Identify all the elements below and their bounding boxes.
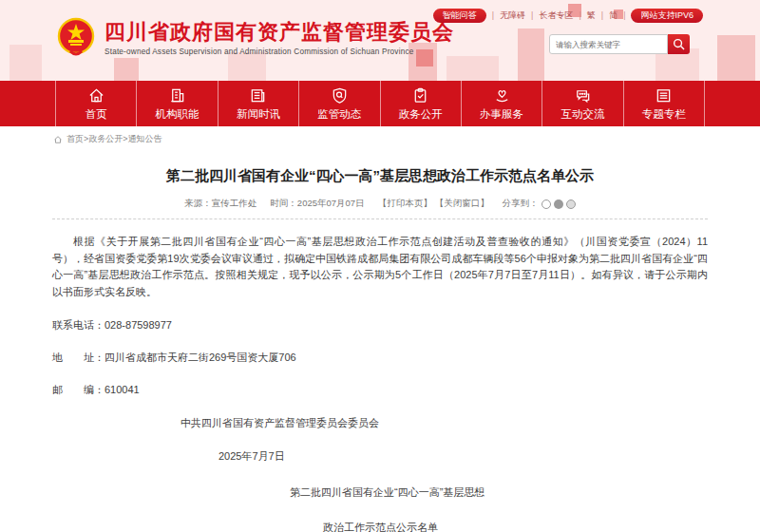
article-meta: 来源：宣传工作处 时间：2025年07月07日 【打印本页】【关闭窗口】 分享到… xyxy=(52,198,708,219)
site-search xyxy=(549,34,690,54)
share-label: 分享到： xyxy=(503,198,539,210)
utility-bar: 智能问答 | 无障碍 | 长者专区 | 繁 | 简 | 网站支持IPV6 xyxy=(433,8,703,23)
separator: | xyxy=(531,10,533,20)
nav-label: 互动交流 xyxy=(560,107,604,122)
nav-label: 新闻时讯 xyxy=(237,107,280,122)
national-emblem-icon xyxy=(57,17,95,59)
shield-magnifier-icon xyxy=(331,86,349,104)
home-icon xyxy=(87,86,105,104)
separator: | xyxy=(579,10,580,20)
weibo-share-icon[interactable] xyxy=(554,200,563,209)
nav-item-functions[interactable]: 机构职能 xyxy=(137,81,218,126)
nav-item-interaction[interactable]: 互动交流 xyxy=(542,81,623,126)
nav-label: 政务公开 xyxy=(399,107,443,122)
ipv6-badge[interactable]: 网站支持IPV6 xyxy=(631,9,703,23)
site-name: 四川省政府国有资产监督管理委员会 State-owned Assets Supe… xyxy=(104,20,454,56)
nav-label: 监管动态 xyxy=(317,107,361,122)
main-nav: 首页 机构职能 新闻时讯 监管动态 xyxy=(0,81,760,126)
smart-qa-button[interactable]: 智能问答 xyxy=(433,9,486,23)
nav-item-special-topics[interactable]: 专题专栏 xyxy=(624,81,705,126)
search-button[interactable] xyxy=(668,34,690,54)
senior-zone-link[interactable]: 长者专区 xyxy=(539,10,573,22)
contact-postcode: 邮 编：610041 xyxy=(52,383,708,397)
nav-label: 专题专栏 xyxy=(642,107,686,122)
site-subtitle: State-owned Assets Supervision and Admin… xyxy=(104,48,454,56)
home-icon xyxy=(53,135,63,144)
contact-address: 地 址：四川省成都市天府二街269号国资大厦706 xyxy=(52,351,708,365)
nav-item-home[interactable]: 首页 xyxy=(55,81,137,126)
magnifier-icon xyxy=(673,38,685,50)
list-title-line1: 第二批四川省国有企业“四心一高”基层思想 xyxy=(52,485,708,500)
print-page-button[interactable]: 【打印本页】 xyxy=(378,198,432,210)
heart-hands-icon xyxy=(493,86,511,104)
separator: | xyxy=(492,10,494,20)
building-icon xyxy=(168,86,186,104)
meta-source: 来源：宣传工作处 xyxy=(184,198,256,210)
signature-org: 中共四川省国有资产监督管理委员会委员会 xyxy=(52,416,708,430)
nav-label: 机构职能 xyxy=(156,107,200,122)
article: 第二批四川省国有企业“四心一高”基层思想政治工作示范点名单公示 来源：宣传工作处… xyxy=(52,166,708,532)
newspaper-icon xyxy=(249,86,267,104)
breadcrumb-path: 首页>政务公开>通知公告 xyxy=(66,133,162,145)
qq-share-icon[interactable] xyxy=(566,200,576,209)
list-title-line2: 政治工作示范点公示名单 xyxy=(52,521,708,532)
signature-date: 2025年7月7日 xyxy=(52,449,708,464)
traditional-chinese-link[interactable]: 繁 xyxy=(587,10,596,22)
nav-label: 首页 xyxy=(86,107,107,122)
close-window-button[interactable]: 【关闭窗口】 xyxy=(435,198,489,210)
list-icon xyxy=(655,86,673,104)
clipboard-check-icon xyxy=(411,86,429,104)
nav-item-news[interactable]: 新闻时讯 xyxy=(218,81,299,126)
nav-item-supervision[interactable]: 监管动态 xyxy=(299,81,380,126)
separator: | xyxy=(623,10,625,20)
page: 智能问答 | 无障碍 | 长者专区 | 繁 | 简 | 网站支持IPV6 四川省… xyxy=(0,0,760,532)
accessibility-link[interactable]: 无障碍 xyxy=(500,10,525,22)
separator: | xyxy=(601,10,603,20)
wechat-share-icon[interactable] xyxy=(542,200,551,209)
meta-time: 时间：2025年07月07日 xyxy=(270,198,364,210)
page-title: 第二批四川省国有企业“四心一高”基层思想政治工作示范点名单公示 xyxy=(52,166,708,185)
nav-label: 办事服务 xyxy=(480,107,523,122)
chat-bubbles-icon xyxy=(574,86,592,104)
site-logo-block: 四川省政府国有资产监督管理委员会 State-owned Assets Supe… xyxy=(57,17,454,59)
simplified-chinese-link[interactable]: 简 xyxy=(609,10,618,22)
nav-item-gov-disclosure[interactable]: 政务公开 xyxy=(381,81,462,126)
search-input[interactable] xyxy=(549,34,668,54)
contact-phone: 联系电话：028-87598977 xyxy=(52,318,708,332)
site-title: 四川省政府国有资产监督管理委员会 xyxy=(104,20,454,45)
article-paragraph: 根据《关于开展第二批四川省国有企业“四心一高”基层思想政治工作示范点创建活动及普… xyxy=(52,234,708,300)
nav-item-services[interactable]: 办事服务 xyxy=(462,81,542,126)
breadcrumb[interactable]: 首页>政务公开>通知公告 xyxy=(53,133,162,145)
